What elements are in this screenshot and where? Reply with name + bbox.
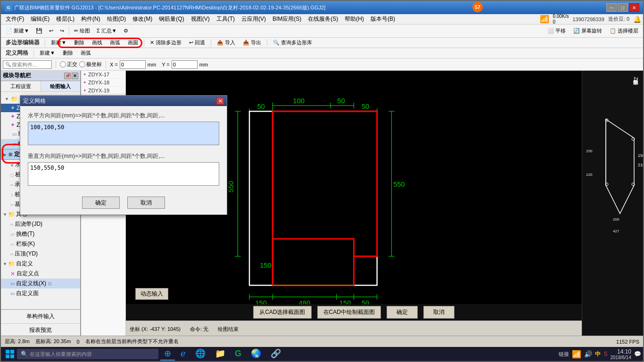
modal-vertical-input[interactable] <box>28 162 219 186</box>
modal-cancel-btn[interactable]: 取消 <box>127 197 165 209</box>
modal-close-btn[interactable]: ✕ <box>216 97 224 105</box>
modal-confirm-btn[interactable]: 确定 <box>82 197 120 209</box>
modal-vertical-label: 垂直方向间距(mm)=>间距*个数,间距,间距*个数,间距,... <box>28 152 219 160</box>
modal-horizontal-input[interactable] <box>28 122 219 145</box>
modal-horizontal-label: 水平方向间距(mm)=>间距*个数,间距,间距*个数,间距,... <box>28 112 219 120</box>
modal-title: 定义网格 <box>23 97 46 105</box>
